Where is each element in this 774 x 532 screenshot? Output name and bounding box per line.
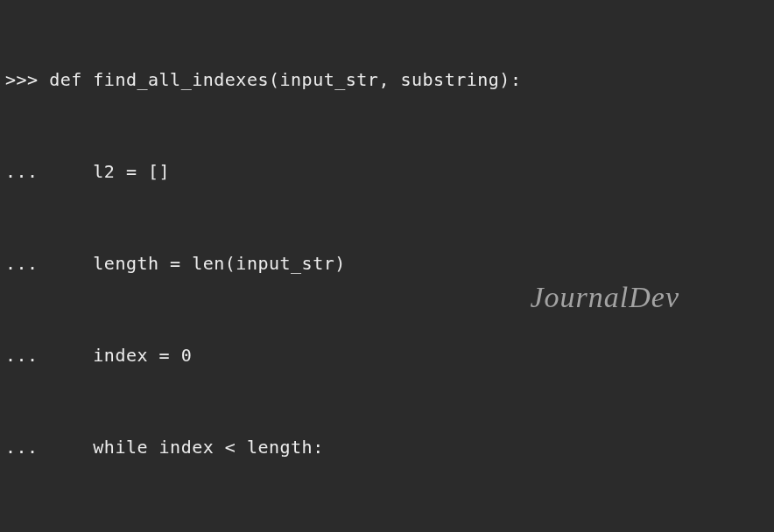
code-line: ... while index < length: [5,432,769,463]
terminal-output[interactable]: >>> def find_all_indexes(input_str, subs… [5,4,769,532]
code-line: ... length = len(input_str) [5,248,769,279]
code-line: ... index = 0 [5,340,769,371]
code-line: ... i = input_str.find(substring, index) [5,524,769,532]
code-line: ... l2 = [] [5,157,769,187]
code-line: >>> def find_all_indexes(input_str, subs… [5,65,769,95]
